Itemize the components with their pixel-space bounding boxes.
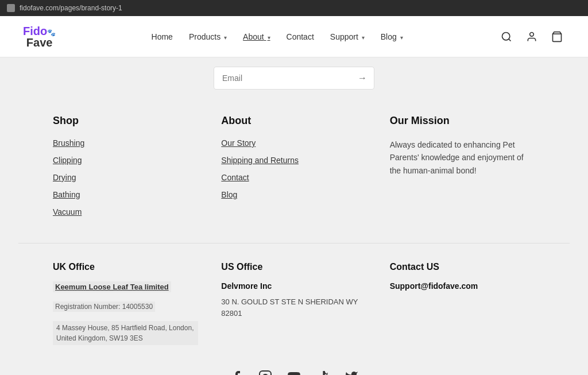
uk-reg-number: Registration Number: 14005530	[53, 301, 155, 312]
facebook-icon[interactable]	[228, 368, 245, 375]
logo[interactable]: Fido🐾 Fave	[23, 25, 56, 48]
footer-about-column: About Our Story Shipping and Returns Con…	[210, 115, 378, 225]
footer: Shop Brushing Clipping Drying Bathing Va…	[0, 103, 588, 375]
nav-link-products[interactable]: Products ▾	[189, 32, 227, 41]
nav-link-contact[interactable]: Contact	[287, 32, 314, 41]
url-bar[interactable]: fidofave.com/pages/brand-story-1	[20, 4, 122, 12]
nav-links: Home Products ▾ About ▾ Contact Support …	[152, 32, 403, 41]
nav-item-about[interactable]: About ▾	[243, 32, 270, 41]
shop-link-drying[interactable]: Drying	[53, 173, 198, 182]
email-submit-button[interactable]: →	[351, 67, 374, 89]
contact-us-column: Contact US Support@fidofave.com	[378, 262, 547, 345]
uk-office-column: UK Office Keemum Loose Leaf Tea limited …	[41, 262, 210, 345]
contact-email[interactable]: Support@fidofave.com	[390, 281, 535, 291]
svg-line-1	[509, 38, 511, 41]
email-form: →	[214, 67, 374, 90]
shop-link-brushing[interactable]: Brushing	[53, 138, 198, 148]
footer-mission-column: Our Mission Always dedicated to enhancin…	[378, 115, 547, 225]
shop-link-bathing[interactable]: Bathing	[53, 190, 198, 199]
us-office-title: US Office	[221, 262, 366, 272]
about-link-blog[interactable]: Blog	[221, 190, 366, 199]
search-button[interactable]	[498, 29, 514, 45]
nav-item-support[interactable]: Support ▾	[330, 32, 365, 41]
office-columns: UK Office Keemum Loose Leaf Tea limited …	[18, 262, 570, 345]
logo-top: Fido🐾	[23, 25, 56, 37]
us-company-name: Delvmore Inc	[221, 281, 366, 291]
tiktok-icon[interactable]	[314, 368, 331, 375]
cart-icon	[551, 31, 563, 42]
shop-title: Shop	[53, 115, 198, 127]
account-button[interactable]	[524, 29, 540, 45]
nav-link-about[interactable]: About ▾	[243, 32, 270, 41]
search-icon	[501, 31, 512, 42]
youtube-icon[interactable]	[285, 368, 303, 375]
shop-link-vacuum[interactable]: Vacuum	[53, 207, 198, 217]
social-bar	[0, 368, 588, 375]
favicon-icon	[7, 4, 15, 12]
nav-item-products[interactable]: Products ▾	[189, 32, 227, 41]
nav-icons	[498, 29, 565, 45]
nav-item-home[interactable]: Home	[152, 32, 173, 41]
footer-shop-column: Shop Brushing Clipping Drying Bathing Va…	[41, 115, 210, 225]
cart-button[interactable]	[549, 29, 565, 45]
mission-title: Our Mission	[390, 115, 535, 127]
uk-address: 4 Massey House, 85 Hartfield Road, Londo…	[53, 321, 198, 345]
shop-link-clipping[interactable]: Clipping	[53, 156, 198, 165]
person-icon	[526, 31, 537, 42]
nav-link-blog[interactable]: Blog ▾	[381, 32, 403, 41]
about-link-shipping[interactable]: Shipping and Returns	[221, 156, 366, 165]
chevron-down-icon: ▾	[400, 34, 403, 41]
nav-item-blog[interactable]: Blog ▾	[381, 32, 403, 41]
nav-item-contact[interactable]: Contact	[287, 32, 314, 41]
browser-bar: fidofave.com/pages/brand-story-1	[0, 0, 588, 16]
email-input[interactable]	[214, 68, 351, 88]
svg-point-2	[530, 32, 534, 36]
nav-link-home[interactable]: Home	[152, 32, 173, 41]
us-address: 30 N. GOULD ST STE N SHERIDAN WY 82801	[221, 296, 366, 319]
instagram-icon[interactable]	[257, 368, 274, 375]
email-bar: →	[0, 57, 588, 103]
svg-point-0	[502, 32, 510, 40]
nav-link-support[interactable]: Support ▾	[330, 32, 365, 41]
footer-columns: Shop Brushing Clipping Drying Bathing Va…	[18, 115, 570, 225]
contact-us-title: Contact US	[390, 262, 535, 272]
uk-office-title: UK Office	[53, 262, 198, 272]
chevron-down-icon: ▾	[224, 34, 227, 41]
navbar: Fido🐾 Fave Home Products ▾ About ▾ Conta…	[0, 16, 588, 57]
about-link-contact[interactable]: Contact	[221, 173, 366, 182]
uk-company-name: Keemum Loose Leaf Tea limited	[53, 281, 171, 292]
chevron-down-icon: ▾	[268, 34, 270, 41]
chevron-down-icon: ▾	[362, 34, 365, 41]
footer-divider	[18, 243, 570, 243]
twitter-icon[interactable]	[343, 368, 360, 375]
us-office-column: US Office Delvmore Inc 30 N. GOULD ST ST…	[210, 262, 378, 345]
logo-bottom: Fave	[26, 37, 53, 48]
mission-text: Always dedicated to enhancing Pet Parent…	[390, 138, 535, 177]
about-title: About	[221, 115, 366, 127]
about-link-our-story[interactable]: Our Story	[221, 138, 366, 148]
